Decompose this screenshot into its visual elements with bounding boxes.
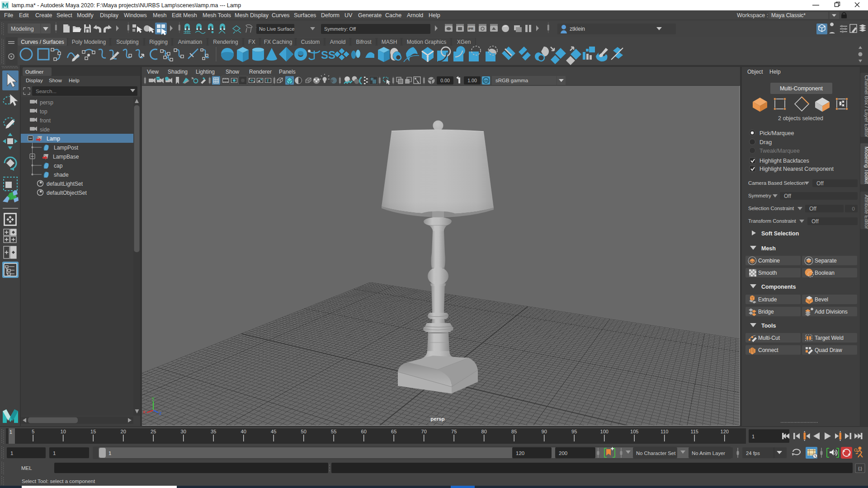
svg-text:Components: Components [761, 284, 796, 290]
svg-text:24 fps: 24 fps [746, 450, 760, 456]
svg-text:persp: persp [430, 416, 444, 422]
svg-text:Mesh Display: Mesh Display [235, 12, 269, 19]
svg-text:0: 0 [852, 206, 855, 211]
svg-text:Outliner: Outliner [25, 69, 43, 75]
svg-text:Symmetry: Off: Symmetry: Off [324, 26, 356, 32]
svg-text:Generate: Generate [358, 12, 382, 19]
svg-text:x: x [143, 409, 146, 414]
svg-text:Off: Off [784, 193, 791, 199]
svg-text:95: 95 [571, 429, 577, 434]
svg-text:Panels: Panels [279, 69, 296, 75]
svg-text:70: 70 [421, 429, 427, 434]
svg-text:110: 110 [660, 429, 669, 434]
svg-text:85: 85 [511, 429, 517, 434]
svg-text:45: 45 [271, 429, 276, 434]
svg-text:defaultObjectSet: defaultObjectSet [47, 190, 87, 196]
svg-text:z: z [159, 410, 162, 416]
svg-text:Bifrost: Bifrost [356, 39, 372, 45]
svg-text:Camera Based Selection: Camera Based Selection [748, 180, 805, 186]
svg-text:shade: shade [54, 172, 69, 178]
svg-text:Multi-Component: Multi-Component [780, 85, 823, 92]
svg-text:Arnold: Arnold [407, 12, 423, 19]
svg-text:Highlight Nearest Component: Highlight Nearest Component [760, 166, 834, 172]
svg-text:LampPost: LampPost [54, 145, 79, 151]
svg-text:Display: Display [100, 12, 119, 19]
svg-text:Modeling Toolkit: Modeling Toolkit [864, 146, 868, 184]
svg-text:Modeling: Modeling [11, 26, 34, 32]
svg-text:Select: Select [57, 12, 72, 19]
svg-text:side: side [40, 127, 50, 133]
svg-text:1: 1 [108, 450, 111, 456]
svg-text:100: 100 [600, 429, 609, 434]
svg-text:65: 65 [391, 429, 396, 434]
svg-text:FX: FX [248, 39, 255, 45]
svg-text:115: 115 [690, 429, 698, 434]
svg-text:persp: persp [40, 99, 53, 106]
svg-text:55: 55 [331, 429, 336, 434]
svg-text:Quad Draw: Quad Draw [815, 347, 842, 353]
svg-text:0.00: 0.00 [440, 78, 450, 83]
svg-text:Highlight Backfaces: Highlight Backfaces [760, 158, 809, 164]
svg-text:Edit: Edit [19, 12, 29, 19]
svg-text:Create: Create [35, 12, 52, 19]
svg-text:No Anim Layer: No Anim Layer [692, 450, 725, 456]
svg-text:Workspace :: Workspace : [737, 12, 768, 19]
svg-text:120: 120 [721, 429, 729, 434]
svg-text:Help: Help [69, 78, 80, 83]
svg-text:LampBase: LampBase [53, 154, 79, 160]
svg-text:ON: ON [484, 80, 488, 82]
svg-text:Custom: Custom [301, 39, 320, 45]
svg-text:Soft Selection: Soft Selection [761, 230, 799, 237]
svg-text:15: 15 [90, 429, 96, 434]
svg-text:Modify: Modify [77, 12, 94, 19]
svg-text:Surfaces: Surfaces [294, 12, 316, 19]
svg-text:Lamp: Lamp [47, 136, 60, 142]
svg-text:Sculpting: Sculpting [116, 39, 138, 45]
svg-text:Edit Mesh: Edit Mesh [172, 12, 197, 19]
svg-text:Rendering: Rendering [213, 39, 238, 45]
svg-text:sRGB gamma: sRGB gamma [495, 78, 528, 83]
svg-text:View: View [147, 69, 159, 75]
svg-text:No Live Surface: No Live Surface [259, 26, 294, 32]
svg-text:Connect: Connect [758, 347, 778, 353]
svg-text:80: 80 [481, 429, 487, 434]
svg-text:105: 105 [630, 429, 638, 434]
svg-text:1: 1 [53, 450, 56, 456]
svg-text:T: T [267, 79, 269, 83]
svg-text:Deform: Deform [321, 12, 340, 19]
svg-text:top: top [40, 108, 47, 115]
svg-text:Extrude: Extrude [758, 296, 777, 303]
svg-text:Mesh Tools: Mesh Tools [203, 12, 231, 19]
svg-text:Lighting: Lighting [196, 69, 215, 75]
svg-text:200: 200 [559, 450, 567, 456]
svg-text:25: 25 [151, 429, 156, 434]
svg-text:40: 40 [241, 429, 246, 434]
svg-text:Drag: Drag [760, 139, 772, 145]
svg-text:1: 1 [10, 450, 13, 456]
svg-text:1.00: 1.00 [467, 78, 477, 83]
svg-text:MASH: MASH [382, 39, 397, 45]
svg-text:XGen: XGen [457, 39, 471, 45]
svg-text:Shading: Shading [168, 69, 188, 75]
svg-text:Attribute Editor: Attribute Editor [864, 194, 868, 229]
svg-text:No Character Set: No Character Set [636, 450, 676, 456]
svg-text:Animation: Animation [178, 39, 202, 45]
svg-text:Curves / Surfaces: Curves / Surfaces [21, 39, 64, 45]
svg-text:30: 30 [181, 429, 186, 434]
svg-text:lamp.ma* - Autodesk Maya 2020:: lamp.ma* - Autodesk Maya 2020: F:\Maya p… [12, 2, 241, 9]
svg-text:Off: Off [809, 206, 816, 212]
svg-text:1: 1 [9, 429, 12, 435]
svg-text:10: 10 [61, 429, 66, 434]
svg-text:SS: SS [321, 49, 335, 61]
svg-text:File: File [4, 12, 13, 19]
svg-text:Channel Box / Layer Editor: Channel Box / Layer Editor [864, 75, 868, 137]
svg-text:Combine: Combine [758, 258, 780, 264]
svg-text:Add Divisions: Add Divisions [815, 309, 848, 315]
svg-text:Tools: Tools [761, 323, 776, 329]
svg-text:Boolean: Boolean [815, 270, 835, 276]
svg-text:50: 50 [301, 429, 307, 434]
svg-text:Motion Graphics: Motion Graphics [407, 39, 446, 45]
svg-text:Help: Help [769, 69, 781, 75]
svg-text:Windows: Windows [124, 12, 147, 19]
svg-text:Arnold: Arnold [330, 39, 346, 45]
